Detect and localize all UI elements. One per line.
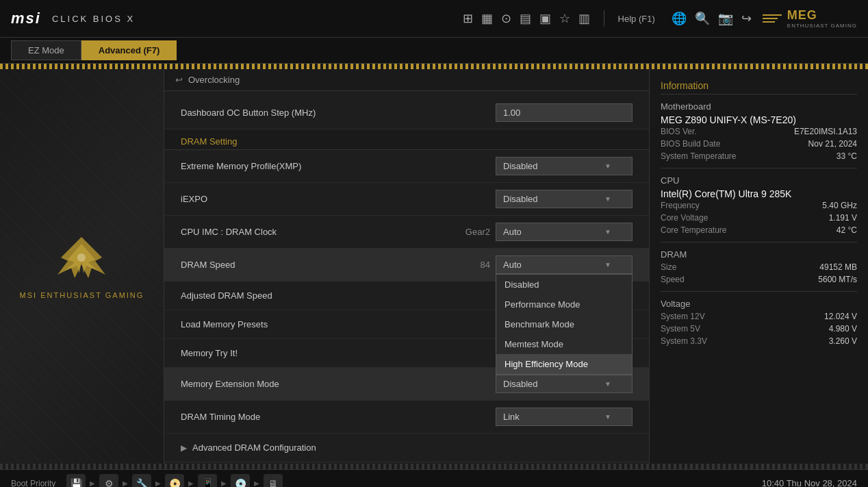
v12-value: 12.024 V bbox=[824, 312, 857, 321]
dram-size-row: Size 49152 MB bbox=[661, 262, 857, 272]
top-decoration bbox=[0, 64, 868, 69]
iexpo-label: iEXPO bbox=[181, 194, 496, 204]
language-icon[interactable]: 🌐 bbox=[672, 11, 687, 26]
advanced-dram-row[interactable]: ▶ Advanced DRAM Configuration bbox=[164, 434, 649, 462]
memory-ext-dropdown[interactable]: Disabled ▼ bbox=[496, 375, 633, 393]
option-benchmark[interactable]: Benchmark Mode bbox=[496, 314, 632, 334]
voltage-section: Voltage bbox=[661, 299, 857, 309]
option-disabled[interactable]: Disabled bbox=[496, 275, 632, 295]
meg-text: MEG bbox=[787, 8, 857, 23]
cpu-imc-row: CPU IMC : DRAM Clock Gear2 Auto ▼ bbox=[164, 216, 649, 249]
bios-title: CLICK BIOS X bbox=[52, 14, 135, 24]
settings-list: Dashboard OC Button Step (MHz) 1.00 DRAM… bbox=[164, 91, 649, 464]
option-performance[interactable]: Performance Mode bbox=[496, 295, 632, 314]
taskbar-arrow-2: ▶ bbox=[123, 479, 128, 487]
ez-mode-tab[interactable]: EZ Mode bbox=[11, 40, 81, 60]
dram-speed-arrow: ▼ bbox=[604, 261, 611, 269]
iexpo-dropdown[interactable]: Disabled ▼ bbox=[496, 190, 633, 208]
core-volt-label: Core Voltage bbox=[661, 213, 708, 223]
dram-size-value: 49152 MB bbox=[819, 262, 857, 272]
cpu-icon[interactable]: ⊞ bbox=[463, 11, 473, 26]
fan-icon[interactable]: ⊙ bbox=[501, 11, 511, 26]
search-icon[interactable]: 🔍 bbox=[695, 11, 710, 26]
taskbar-icons: 💾 ▶ ⚙ ▶ 🔧 ▶ 📀 ▶ 📱 ▶ 💿 ▶ 🖥 bbox=[66, 474, 283, 488]
dashboard-oc-value[interactable]: 1.00 bbox=[496, 103, 633, 122]
freq-label: Frequency bbox=[661, 201, 700, 210]
freq-row: Frequency 5.40 GHz bbox=[661, 201, 857, 210]
screenshot-icon[interactable]: 📷 bbox=[718, 11, 733, 26]
dram-speed-wrapper: Auto ▼ Disabled Performance Mode Benchma… bbox=[496, 255, 633, 274]
breadcrumb: ↩ Overclocking bbox=[164, 69, 649, 91]
cpu-imc-dropdown[interactable]: Auto ▼ bbox=[496, 223, 633, 241]
freq-value: 5.40 GHz bbox=[822, 201, 857, 210]
v5-row: System 5V 4.980 V bbox=[661, 324, 857, 334]
cpu-name: Intel(R) Core(TM) Ultra 9 285K bbox=[661, 188, 857, 199]
dram-speed-num: 84 bbox=[481, 260, 490, 270]
dram-speed-dropdown[interactable]: Auto ▼ bbox=[496, 255, 633, 274]
svg-point-2 bbox=[77, 253, 86, 262]
dram-speed-row: DRAM Speed 84 Auto ▼ Disabled Performanc… bbox=[164, 249, 649, 282]
display-icon[interactable]: ▣ bbox=[539, 11, 551, 26]
v33-label: System 3.3V bbox=[661, 336, 707, 346]
topbar: msi CLICK BIOS X ⊞ ▦ ⊙ ▤ ▣ ☆ ▥ Help (F1)… bbox=[0, 0, 868, 38]
core-temp-label: Core Temperature bbox=[661, 225, 727, 235]
advanced-mode-tab[interactable]: Advanced (F7) bbox=[81, 40, 177, 60]
taskbar-icon-4[interactable]: 📀 bbox=[165, 474, 184, 488]
option-memtest[interactable]: Memtest Mode bbox=[496, 334, 632, 354]
v33-row: System 3.3V 3.260 V bbox=[661, 336, 857, 346]
iexpo-row: iEXPO Disabled ▼ bbox=[164, 183, 649, 216]
sidebar-brand-label: MSI ENTHUSIAST GAMING bbox=[20, 291, 144, 299]
core-temp-row: Core Temperature 42 °C bbox=[661, 225, 857, 235]
motherboard-section: Motherboard bbox=[661, 101, 857, 112]
dram-timing-label: DRAM Timing Mode bbox=[181, 412, 496, 422]
taskbar-arrow-4: ▶ bbox=[188, 479, 194, 487]
xmp-dropdown[interactable]: Disabled ▼ bbox=[496, 157, 633, 175]
help-label[interactable]: Help (F1) bbox=[618, 14, 655, 24]
core-temp-value: 42 °C bbox=[837, 225, 857, 235]
bios-ver-label: BIOS Ver. bbox=[661, 127, 697, 136]
taskbar-time: 10:40 Thu Nov 28, 2024 bbox=[762, 478, 857, 487]
dashboard-oc-label: Dashboard OC Button Step (MHz) bbox=[181, 108, 496, 118]
dram-speed-panel-value: 5600 MT/s bbox=[818, 275, 857, 284]
dram-section: DRAM bbox=[661, 249, 857, 260]
core-volt-row: Core Voltage 1.191 V bbox=[661, 213, 857, 223]
v5-label: System 5V bbox=[661, 324, 700, 334]
dram-speed-panel-label: Speed bbox=[661, 275, 685, 284]
taskbar-icon-2[interactable]: ⚙ bbox=[99, 474, 118, 488]
meg-logo: MEG ENTHUSIAST GAMING bbox=[763, 8, 857, 29]
expand-arrow: ▶ bbox=[181, 443, 187, 453]
monitor-icon[interactable]: ▤ bbox=[520, 11, 531, 26]
sidebar: MSI ENTHUSIAST GAMING bbox=[0, 69, 164, 464]
star-icon[interactable]: ☆ bbox=[559, 11, 570, 26]
content-area: ↩ Overclocking Dashboard OC Button Step … bbox=[164, 69, 649, 464]
dram-timing-dropdown[interactable]: Link ▼ bbox=[496, 408, 633, 426]
bios-ver-row: BIOS Ver. E7E20IMSI.1A13 bbox=[661, 127, 857, 136]
v5-value: 4.980 V bbox=[829, 324, 857, 334]
bios-ver-value: E7E20IMSI.1A13 bbox=[794, 127, 857, 136]
bottom-decoration bbox=[0, 464, 868, 469]
memory-ext-label: Memory Extension Mode bbox=[181, 379, 496, 389]
taskbar-icon-5[interactable]: 📱 bbox=[198, 474, 217, 488]
cpu-section: CPU bbox=[661, 175, 857, 186]
taskbar-icon-3[interactable]: 🔧 bbox=[132, 474, 151, 488]
memory-icon[interactable]: ▦ bbox=[481, 11, 493, 26]
dram-section-header: DRAM Setting bbox=[164, 129, 649, 150]
taskbar-arrow-6: ▶ bbox=[254, 479, 259, 487]
dram-size-label: Size bbox=[661, 262, 676, 272]
sys-temp-label: System Temperature bbox=[661, 151, 737, 161]
taskbar-icon-6[interactable]: 💿 bbox=[231, 474, 250, 488]
exit-icon[interactable]: ↪ bbox=[741, 11, 752, 26]
cpu-imc-label: CPU IMC : DRAM Clock bbox=[181, 227, 465, 237]
memory-ext-arrow: ▼ bbox=[604, 380, 611, 388]
dashboard-oc-row: Dashboard OC Button Step (MHz) 1.00 bbox=[164, 97, 649, 129]
disk-icon[interactable]: ▥ bbox=[578, 11, 590, 26]
info-panel-title: Information bbox=[661, 80, 857, 95]
toolbar-icons: ⊞ ▦ ⊙ ▤ ▣ ☆ ▥ Help (F1) 🌐 🔍 📷 ↪ bbox=[463, 10, 752, 27]
v12-label: System 12V bbox=[661, 312, 705, 321]
dram-speed-dropdown-open: Disabled Performance Mode Benchmark Mode… bbox=[496, 274, 633, 375]
taskbar-icon-1[interactable]: 💾 bbox=[66, 474, 86, 488]
mode-tabs-bar: EZ Mode Advanced (F7) bbox=[0, 38, 868, 64]
taskbar-icon-7[interactable]: 🖥 bbox=[264, 474, 283, 488]
core-volt-value: 1.191 V bbox=[829, 213, 857, 223]
option-high-efficiency[interactable]: High Efficiency Mode bbox=[496, 354, 632, 374]
